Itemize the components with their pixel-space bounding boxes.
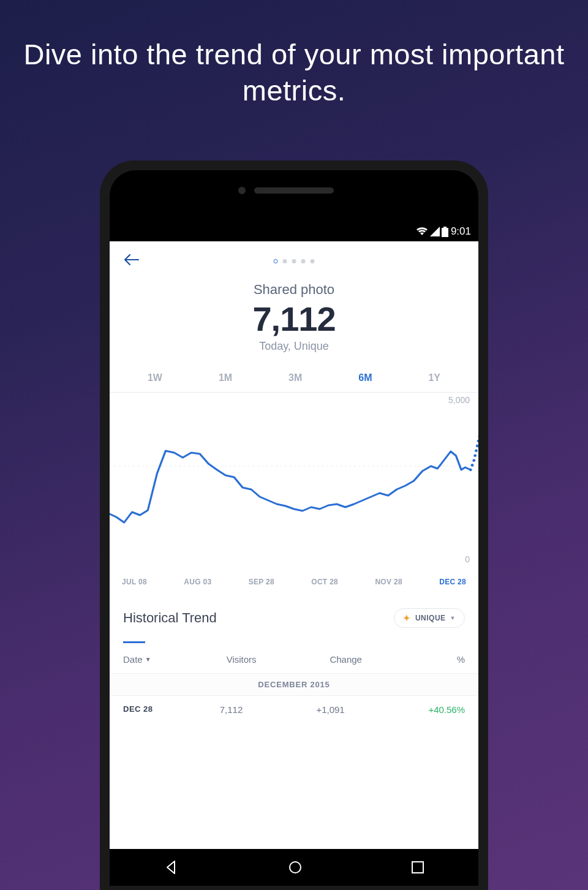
x-label-current: DEC 28 <box>439 578 466 586</box>
metric-title: Shared photo <box>110 282 478 298</box>
month-divider: DECEMBER 2015 <box>110 673 478 696</box>
page-indicator <box>274 259 315 263</box>
marketing-headline: Dive into the trend of your most importa… <box>0 0 588 109</box>
status-time: 9:01 <box>451 225 471 238</box>
android-nav-bar <box>110 849 478 886</box>
table-header-row: Date ▼ Visitors Change % <box>110 643 478 673</box>
x-label: SEP 28 <box>249 578 274 586</box>
page-dot <box>311 259 315 263</box>
sort-caret-icon: ▼ <box>145 656 151 663</box>
chevron-down-icon: ▼ <box>450 615 456 621</box>
cell-visitors: 7,112 <box>220 704 317 715</box>
battery-icon <box>442 227 448 237</box>
trend-chart[interactable]: 5,000 0 <box>110 393 478 569</box>
cell-percent: +40.56% <box>405 704 465 715</box>
range-tab-1w[interactable]: 1W <box>148 372 162 383</box>
table-row[interactable]: DEC 28 7,112 +1,091 +40.56% <box>110 696 478 723</box>
column-percent[interactable]: % <box>425 654 465 665</box>
historical-trend-title: Historical Trend <box>123 610 217 626</box>
unique-icon: ✦ <box>403 613 411 623</box>
x-label: AUG 03 <box>184 578 211 586</box>
cell-date: DEC 28 <box>123 704 220 715</box>
metric-value: 7,112 <box>110 299 478 339</box>
nav-recent-icon[interactable] <box>411 861 424 874</box>
range-tab-3m[interactable]: 3M <box>288 372 302 383</box>
column-visitors[interactable]: Visitors <box>227 654 330 665</box>
range-tab-1m[interactable]: 1M <box>219 372 232 383</box>
phone-frame: 9:01 Shared photo <box>100 160 488 890</box>
y-axis-min: 0 <box>465 554 470 564</box>
svg-point-3 <box>290 862 301 873</box>
nav-home-icon[interactable] <box>287 859 303 875</box>
column-change[interactable]: Change <box>330 654 425 665</box>
page-dot <box>283 259 287 263</box>
y-axis-max: 5,000 <box>448 395 470 405</box>
cell-signal-icon <box>430 227 440 236</box>
svg-rect-1 <box>442 228 448 237</box>
app-content: Shared photo 7,112 Today, Unique 1W 1M 3… <box>110 241 478 849</box>
svg-rect-0 <box>443 227 447 228</box>
x-axis-labels: JUL 08 AUG 03 SEP 28 OCT 28 NOV 28 DEC 2… <box>110 569 478 601</box>
time-range-tabs: 1W 1M 3M 6M 1Y <box>110 368 478 393</box>
wifi-icon <box>416 227 428 236</box>
svg-rect-4 <box>412 862 423 873</box>
x-label: OCT 28 <box>311 578 338 586</box>
page-dot <box>301 259 306 263</box>
x-label: NOV 28 <box>375 578 402 586</box>
back-arrow-icon[interactable] <box>123 251 140 271</box>
range-tab-1y[interactable]: 1Y <box>428 372 440 383</box>
phone-camera-dot <box>238 187 246 194</box>
page-dot <box>292 259 296 263</box>
filter-label: UNIQUE <box>415 614 446 622</box>
column-date-label: Date <box>123 654 143 665</box>
status-bar: 9:01 <box>110 222 478 241</box>
filter-unique-button[interactable]: ✦ UNIQUE ▼ <box>394 608 465 628</box>
range-tab-6m[interactable]: 6M <box>358 372 372 383</box>
column-date[interactable]: Date ▼ <box>123 654 227 665</box>
metric-subtitle: Today, Unique <box>110 340 478 353</box>
page-dot-active <box>274 259 278 263</box>
cell-change: +1,091 <box>316 704 405 715</box>
nav-back-icon[interactable] <box>164 859 179 875</box>
phone-speaker <box>254 187 334 194</box>
x-label: JUL 08 <box>122 578 147 586</box>
